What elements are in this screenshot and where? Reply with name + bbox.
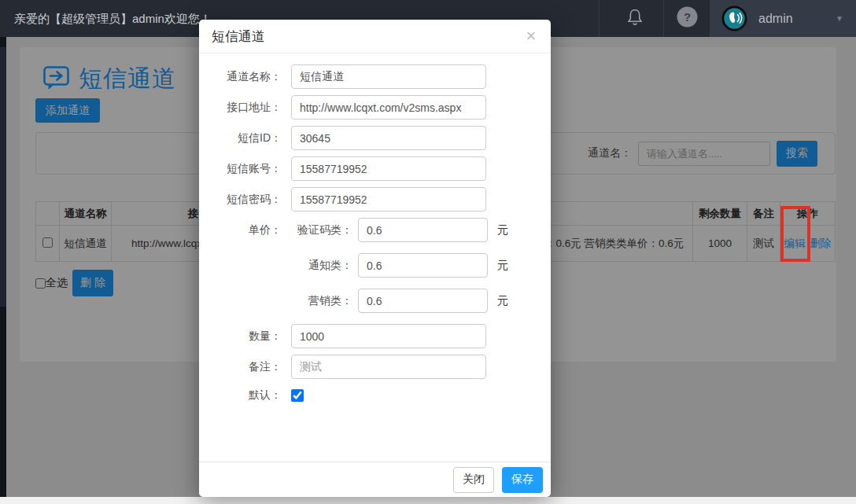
marketing-price-label: 营销类： <box>291 294 358 308</box>
sms-password-label: 短信密码： <box>199 193 291 207</box>
note-label: 备注： <box>199 360 291 374</box>
notifications-button[interactable] <box>620 0 650 37</box>
help-button[interactable]: ? <box>675 0 699 37</box>
notify-price-field[interactable] <box>358 253 488 278</box>
captcha-price-field[interactable] <box>358 218 488 242</box>
sms-account-label: 短信账号： <box>199 162 291 176</box>
caret-down-icon: ▼ <box>836 0 843 37</box>
sms-channel-modal: 短信通道 × 通道名称： 接口地址： 短信ID： 短信账号： 短信密码： 单价：… <box>199 20 551 497</box>
topbar-divider <box>663 0 664 37</box>
unit-price-label: 单价： <box>199 223 291 237</box>
notify-price-unit: 元 <box>497 259 508 273</box>
help-icon: ? <box>677 6 698 31</box>
username: admin <box>758 0 793 37</box>
sms-id-label: 短信ID： <box>199 131 291 145</box>
sms-password-field[interactable] <box>291 187 486 212</box>
modal-save-button[interactable]: 保存 <box>502 467 543 493</box>
quantity-label: 数量： <box>199 329 291 344</box>
api-url-label: 接口地址： <box>199 101 291 115</box>
avatar <box>721 6 747 35</box>
bell-icon <box>625 7 644 31</box>
channel-name-label: 通道名称： <box>199 70 291 84</box>
quantity-field[interactable] <box>291 324 486 348</box>
close-icon[interactable]: × <box>521 26 541 46</box>
modal-title: 短信通道 <box>212 29 265 44</box>
default-label: 默认： <box>199 388 291 403</box>
marketing-price-unit: 元 <box>497 294 508 308</box>
modal-footer: 关闭 保存 <box>199 462 551 497</box>
svg-text:?: ? <box>683 10 690 24</box>
api-url-field[interactable] <box>291 95 486 120</box>
welcome-text: 亲爱的【超级管理员】admin欢迎您！ <box>14 0 212 37</box>
collapsed-sidebar <box>0 37 6 497</box>
note-field[interactable] <box>291 355 486 379</box>
modal-header: 短信通道 × <box>199 20 551 53</box>
sms-account-field[interactable] <box>291 156 486 181</box>
captcha-price-unit: 元 <box>497 223 508 237</box>
default-checkbox[interactable] <box>291 389 304 402</box>
topbar-divider <box>599 0 600 37</box>
red-annotation-box <box>780 206 810 262</box>
page-bottom-strip <box>0 497 856 504</box>
sidebar-scroll-thumb[interactable] <box>0 47 6 307</box>
modal-close-button[interactable]: 关闭 <box>453 467 494 493</box>
sms-id-field[interactable] <box>291 126 486 150</box>
notify-price-label: 通知类： <box>291 259 358 273</box>
channel-name-field[interactable] <box>291 64 486 89</box>
modal-body: 通道名称： 接口地址： 短信ID： 短信账号： 短信密码： 单价： 验证码类： … <box>199 54 551 462</box>
captcha-price-label: 验证码类： <box>291 223 358 237</box>
user-menu[interactable]: admin ▼ <box>710 0 856 37</box>
marketing-price-field[interactable] <box>358 289 488 313</box>
